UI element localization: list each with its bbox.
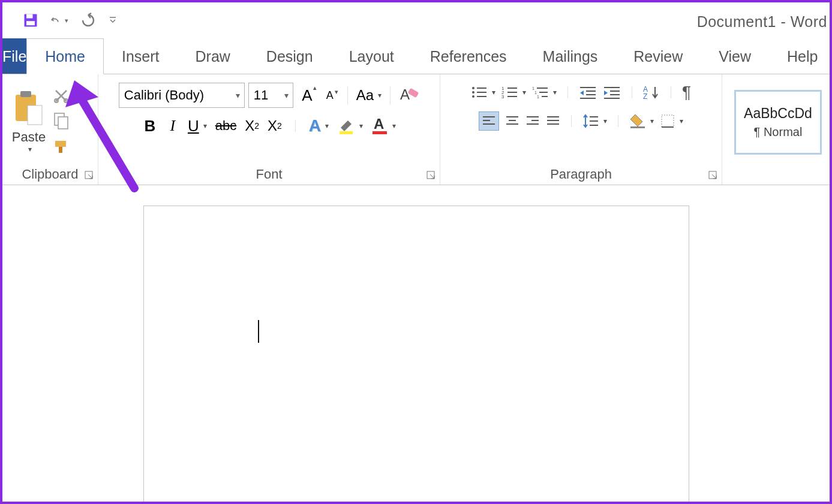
clear-formatting-button[interactable]: A: [399, 86, 419, 104]
svg-text:Z: Z: [643, 92, 647, 100]
increase-indent-button[interactable]: [603, 85, 621, 99]
font-name-select[interactable]: [119, 83, 245, 108]
svg-rect-8: [28, 105, 42, 125]
redo-icon: [80, 13, 97, 28]
tab-file[interactable]: File: [2, 38, 26, 74]
subscript-button[interactable]: X2: [245, 117, 259, 134]
justify-button[interactable]: [546, 115, 560, 127]
align-right-icon: [525, 115, 540, 127]
dialog-launcher-clipboard[interactable]: [85, 171, 94, 180]
font-color-button[interactable]: A ▾: [371, 117, 396, 135]
paste-label: Paste: [12, 129, 46, 145]
cut-button[interactable]: [53, 88, 70, 104]
clear-formatting-icon: A: [399, 86, 419, 104]
svg-text:1: 1: [537, 95, 539, 99]
svg-rect-66: [662, 115, 674, 127]
superscript-button[interactable]: X2: [268, 117, 282, 134]
shading-button[interactable]: ▾: [629, 113, 654, 129]
tab-layout[interactable]: Layout: [331, 38, 412, 74]
tab-mailings[interactable]: Mailings: [525, 38, 616, 74]
numbering-button[interactable]: 1 2 3 ▾: [501, 85, 526, 99]
redo-button[interactable]: [79, 11, 97, 29]
align-left-icon: [482, 115, 496, 127]
tab-view[interactable]: View: [701, 38, 769, 74]
highlight-button[interactable]: ▾: [337, 117, 363, 135]
bullets-button[interactable]: ▾: [471, 85, 495, 99]
italic-button[interactable]: I: [166, 117, 179, 135]
font-color-icon: A: [371, 117, 388, 135]
group-clipboard: Paste ▾: [2, 74, 98, 185]
format-painter-button[interactable]: [53, 138, 70, 155]
bullets-icon: [471, 85, 488, 99]
svg-text:3: 3: [501, 94, 504, 99]
align-right-button[interactable]: [525, 115, 540, 127]
multilevel-list-button[interactable]: 1 1 1 ▾: [532, 85, 557, 99]
svg-rect-20: [373, 131, 387, 134]
tab-help[interactable]: Help: [769, 38, 832, 74]
chevron-down-icon[interactable]: ▾: [28, 145, 32, 153]
grow-font-button[interactable]: A▴: [297, 86, 317, 105]
sort-button[interactable]: A Z: [643, 84, 660, 100]
underline-button[interactable]: U▾: [188, 117, 207, 135]
svg-rect-65: [630, 126, 645, 128]
sort-icon: A Z: [643, 84, 660, 100]
font-size-select[interactable]: [248, 83, 293, 108]
tab-draw[interactable]: Draw: [178, 38, 248, 74]
borders-button[interactable]: ▾: [660, 113, 683, 129]
svg-point-24: [472, 91, 474, 93]
tab-design[interactable]: Design: [248, 38, 331, 74]
svg-text:1: 1: [534, 90, 537, 95]
style-normal[interactable]: AaBbCcDd ¶ Normal: [734, 90, 822, 155]
svg-rect-1: [26, 14, 33, 19]
tab-review[interactable]: Review: [615, 38, 701, 74]
quick-access-toolbar: ▾ Document1 - Word: [2, 2, 830, 38]
document-page[interactable]: [143, 206, 689, 504]
svg-rect-13: [55, 141, 66, 147]
change-case-button[interactable]: Aa▾: [356, 87, 382, 104]
copy-button[interactable]: [53, 112, 70, 130]
chevron-down-icon: ▾: [65, 17, 68, 25]
align-left-button[interactable]: [479, 111, 499, 131]
paste-button[interactable]: [13, 90, 44, 128]
grow-font-icon: A▴: [302, 86, 312, 105]
cut-icon: [53, 88, 69, 104]
group-paragraph-label: Paragraph: [550, 167, 612, 182]
decrease-indent-icon: [579, 85, 597, 99]
svg-text:A: A: [374, 117, 384, 132]
svg-text:1: 1: [532, 86, 534, 90]
paste-icon: [13, 90, 44, 128]
svg-rect-2: [26, 21, 35, 25]
tab-insert[interactable]: Insert: [104, 38, 178, 74]
svg-rect-7: [20, 91, 31, 97]
undo-button[interactable]: ▾: [50, 11, 68, 29]
customize-qat-button[interactable]: [108, 11, 118, 29]
text-cursor: [258, 320, 259, 343]
shrink-font-button[interactable]: A▾: [321, 89, 339, 102]
save-button[interactable]: [22, 11, 40, 29]
ribbon-tabs: File Home Insert Draw Design Layout Refe…: [2, 38, 830, 74]
tab-references[interactable]: References: [412, 38, 525, 74]
svg-rect-12: [58, 117, 68, 129]
align-center-button[interactable]: [505, 115, 519, 127]
shading-icon: [629, 113, 646, 129]
bold-button[interactable]: B: [142, 117, 158, 135]
group-font-label: Font: [256, 167, 282, 182]
document-title: Document1 - Word: [697, 13, 827, 31]
underline-icon: U: [188, 117, 199, 135]
group-font: A▴ A▾ Aa▾ A B I: [98, 74, 440, 185]
copy-icon: [53, 112, 69, 130]
text-effects-button[interactable]: A▾: [309, 116, 329, 135]
strikethrough-button[interactable]: abc: [215, 118, 236, 134]
dialog-launcher-paragraph[interactable]: [708, 171, 718, 180]
shrink-font-icon: A▾: [326, 89, 334, 102]
svg-rect-18: [340, 131, 353, 134]
increase-indent-icon: [603, 85, 621, 99]
style-name: ¶ Normal: [754, 125, 803, 139]
tab-home[interactable]: Home: [26, 38, 104, 74]
dialog-launcher-font[interactable]: [426, 171, 436, 180]
align-center-icon: [505, 115, 519, 127]
decrease-indent-button[interactable]: [579, 85, 597, 99]
show-hide-button[interactable]: ¶: [682, 83, 691, 102]
svg-point-26: [472, 95, 474, 98]
line-spacing-button[interactable]: ▾: [582, 113, 607, 129]
